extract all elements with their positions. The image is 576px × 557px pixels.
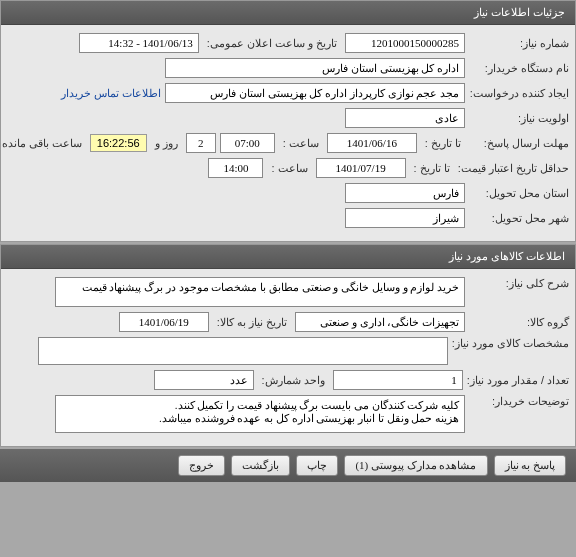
priority-field[interactable] [345, 108, 465, 128]
qty-field[interactable] [333, 370, 463, 390]
price-validity-label: حداقل تاریخ اعتبار قیمت: [458, 162, 569, 175]
unit-label: واحد شمارش: [258, 374, 329, 387]
attachments-button[interactable]: مشاهده مدارک پیوستی (1) [344, 455, 487, 476]
city-field[interactable] [345, 208, 465, 228]
price-date-field[interactable] [316, 158, 406, 178]
remaining-days-label: روز و [151, 137, 182, 150]
requester-label: ایجاد کننده درخواست: [469, 87, 569, 100]
need-number-field[interactable] [345, 33, 465, 53]
buyer-notes-field[interactable] [55, 395, 465, 433]
remaining-days-field[interactable] [186, 133, 216, 153]
buyer-field[interactable] [165, 58, 465, 78]
reply-time-label: ساعت : [279, 137, 323, 150]
announce-label: تاریخ و ساعت اعلان عمومی: [203, 37, 341, 50]
qty-label: تعداد / مقدار مورد نیاز: [467, 374, 569, 387]
exit-button[interactable]: خروج [178, 455, 225, 476]
price-to-label: تا تاریخ : [410, 162, 454, 175]
remaining-suffix: ساعت باقی مانده [0, 137, 86, 150]
announce-field[interactable] [79, 33, 199, 53]
contact-link[interactable]: اطلاعات تماس خریدار [61, 87, 161, 100]
reply-date-field[interactable] [327, 133, 417, 153]
need-info-panel: جزئیات اطلاعات نیاز شماره نیاز: تاریخ و … [0, 0, 576, 242]
priority-label: اولویت نیاز: [469, 112, 569, 125]
reply-time-field[interactable] [220, 133, 275, 153]
requester-field[interactable] [165, 83, 465, 103]
price-time-label: ساعت : [267, 162, 311, 175]
need-number-label: شماره نیاز: [469, 37, 569, 50]
province-field[interactable] [345, 183, 465, 203]
spec-field[interactable] [38, 337, 448, 365]
item-desc-label: شرح کلی نیاز: [469, 277, 569, 290]
group-field[interactable] [295, 312, 465, 332]
goods-info-panel: اطلاعات کالاهای مورد نیاز شرح کلی نیاز: … [0, 244, 576, 447]
group-label: گروه کالا: [469, 316, 569, 329]
spec-label: مشخصات کالای مورد نیاز: [452, 337, 569, 350]
remaining-time-highlight: 16:22:56 [90, 134, 147, 152]
item-desc-field[interactable] [55, 277, 465, 307]
buyer-label: نام دستگاه خریدار: [469, 62, 569, 75]
print-button[interactable]: چاپ [296, 455, 338, 476]
reply-deadline-label: مهلت ارسال پاسخ: [469, 137, 569, 150]
need-info-header: جزئیات اطلاعات نیاز [1, 1, 575, 25]
need-date-label: تاریخ نیاز به کالا: [213, 316, 291, 329]
buyer-notes-label: توضیحات خریدار: [469, 395, 569, 408]
back-button[interactable]: بازگشت [231, 455, 290, 476]
goods-info-header: اطلاعات کالاهای مورد نیاز [1, 245, 575, 269]
city-label: شهر محل تحویل: [469, 212, 569, 225]
province-label: استان محل تحویل: [469, 187, 569, 200]
need-date-field[interactable] [119, 312, 209, 332]
unit-field[interactable] [154, 370, 254, 390]
footer-bar: پاسخ به نیاز مشاهده مدارک پیوستی (1) چاپ… [0, 449, 576, 482]
reply-to-label: تا تاریخ : [421, 137, 465, 150]
reply-button[interactable]: پاسخ به نیاز [494, 455, 567, 476]
price-time-field[interactable] [208, 158, 263, 178]
